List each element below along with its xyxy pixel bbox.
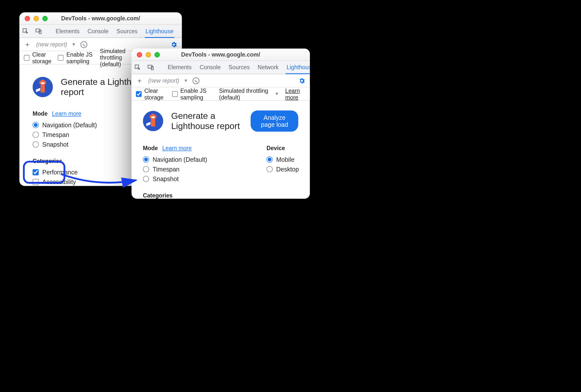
throttling-dropdown-icon[interactable]: ▼ (275, 91, 279, 96)
inspect-icon[interactable] (134, 63, 141, 72)
categories-title: Categories (33, 158, 103, 164)
device-toggle-icon[interactable] (147, 63, 154, 72)
tab-sources[interactable]: Sources (228, 61, 250, 74)
new-report-plus-icon[interactable]: + (135, 76, 144, 85)
report-selector[interactable]: (new report) (148, 78, 179, 84)
tab-elements[interactable]: Elements (55, 25, 81, 38)
svg-rect-15 (151, 116, 155, 118)
clear-storage-checkbox[interactable]: Clear storage (24, 51, 52, 64)
mode-option[interactable]: Snapshot (33, 141, 103, 148)
device-toggle-icon[interactable] (35, 27, 42, 36)
tab-console[interactable]: Console (199, 61, 221, 74)
window-titlebar: DevTools - www.google.com/ (19, 12, 182, 25)
tab-sources[interactable]: Sources (115, 25, 138, 38)
tab-console[interactable]: Console (86, 25, 109, 38)
lighthouse-logo-icon (143, 111, 163, 131)
clear-icon[interactable] (192, 77, 199, 84)
mode-learn-more-link[interactable]: Learn more (52, 110, 81, 117)
tab-lighthouse[interactable]: Lighthouse (145, 25, 174, 38)
js-sampling-checkbox[interactable]: Enable JS sampling (172, 87, 213, 100)
devtools-tabstrip: ElementsConsoleSourcesLighthouse » 2 (19, 25, 182, 38)
lighthouse-settings-icon[interactable] (298, 76, 307, 85)
throttling-learn-more-link[interactable]: Learn more (285, 87, 305, 100)
analyze-page-load-button[interactable]: Analyze page load (251, 110, 299, 132)
lighthouse-settings-bar: Clear storage Enable JS sampling Simulat… (131, 87, 310, 100)
js-sampling-checkbox[interactable]: Enable JS sampling (58, 51, 94, 64)
tabs-overflow[interactable]: » (180, 25, 182, 38)
tab-elements[interactable]: Elements (167, 61, 193, 74)
mode-title: ModeLearn more (143, 145, 218, 152)
lighthouse-toolbar: + (new report) ▼ (131, 74, 310, 87)
mode-option[interactable]: Navigation (Default) (143, 156, 218, 163)
window-title: DevTools - www.google.com/ (131, 51, 310, 58)
device-title: Device (267, 145, 299, 152)
tab-network[interactable]: Network (257, 61, 279, 74)
mode-option[interactable]: Timespan (33, 131, 103, 138)
svg-rect-7 (41, 82, 45, 84)
category-option[interactable]: Accessibility (33, 178, 103, 185)
page-heading: Generate a Lighthouse report (171, 111, 243, 131)
mode-title: ModeLearn more (33, 110, 103, 117)
window-title: DevTools - www.google.com/ (19, 15, 182, 22)
devtools-tabstrip: ElementsConsoleSourcesNetworkLighthouse … (131, 61, 310, 74)
device-option[interactable]: Desktop (267, 166, 299, 173)
inspect-icon[interactable] (22, 27, 29, 36)
report-selector[interactable]: (new report) (36, 41, 67, 48)
category-option[interactable]: Performance (33, 169, 103, 176)
report-dropdown-icon[interactable]: ▼ (184, 78, 188, 83)
device-option[interactable]: Mobile (267, 156, 299, 163)
lighthouse-settings-icon[interactable] (170, 40, 178, 49)
mode-option[interactable]: Timespan (143, 166, 218, 173)
window-titlebar: DevTools - www.google.com/ (131, 49, 310, 61)
report-dropdown-icon[interactable]: ▼ (71, 42, 76, 47)
categories-title: Categories (143, 192, 218, 199)
tab-lighthouse[interactable]: Lighthouse (286, 61, 310, 74)
mode-learn-more-link[interactable]: Learn more (162, 145, 192, 152)
clear-icon[interactable] (80, 41, 87, 48)
new-report-plus-icon[interactable]: + (23, 40, 32, 49)
lighthouse-logo-icon (33, 77, 53, 97)
mode-option[interactable]: Navigation (Default) (33, 122, 103, 128)
clear-storage-checkbox[interactable]: Clear storage (136, 87, 166, 100)
throttling-label: Simulated throttling (default) (219, 87, 269, 100)
mode-option[interactable]: Snapshot (143, 176, 218, 182)
